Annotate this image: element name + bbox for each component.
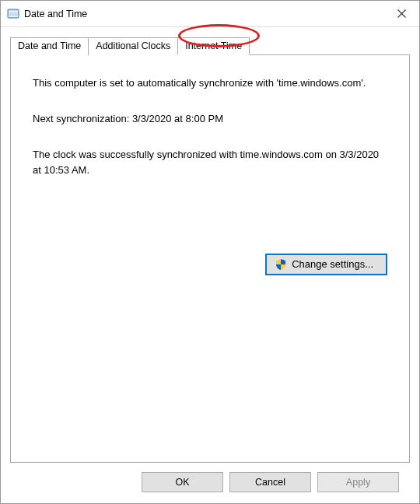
- change-settings-row: Change settings...: [33, 254, 387, 275]
- window-icon: [7, 8, 19, 20]
- titlebar: Date and Time: [1, 1, 419, 27]
- sync-info-text: This computer is set to automatically sy…: [33, 75, 387, 91]
- next-sync-text: Next synchronization: 3/3/2020 at 8:00 P…: [33, 111, 387, 127]
- close-button[interactable]: [383, 1, 419, 26]
- apply-button[interactable]: Apply: [317, 472, 399, 492]
- tab-content: This computer is set to automatically sy…: [10, 54, 410, 463]
- tab-label: Internet Time: [185, 40, 242, 51]
- tab-label: Additional Clocks: [96, 40, 170, 51]
- tab-internet-time[interactable]: Internet Time: [177, 37, 250, 55]
- dialog-footer: OK Cancel Apply: [10, 463, 410, 503]
- ok-button[interactable]: OK: [142, 472, 223, 492]
- tab-additional-clocks[interactable]: Additional Clocks: [88, 37, 178, 55]
- window-title: Date and Time: [24, 9, 87, 19]
- cancel-button[interactable]: Cancel: [229, 472, 311, 492]
- change-settings-button[interactable]: Change settings...: [265, 254, 387, 275]
- tab-date-and-time[interactable]: Date and Time: [10, 37, 89, 55]
- tab-bar: Date and Time Additional Clocks Internet…: [10, 37, 410, 55]
- tab-label: Date and Time: [18, 40, 81, 51]
- date-time-dialog: Date and Time Date and Time Additional C…: [0, 0, 420, 504]
- last-sync-text: The clock was successfully synchronized …: [33, 147, 387, 178]
- dialog-body: Date and Time Additional Clocks Internet…: [1, 27, 419, 503]
- shield-icon: [275, 258, 287, 271]
- change-settings-label: Change settings...: [292, 258, 373, 270]
